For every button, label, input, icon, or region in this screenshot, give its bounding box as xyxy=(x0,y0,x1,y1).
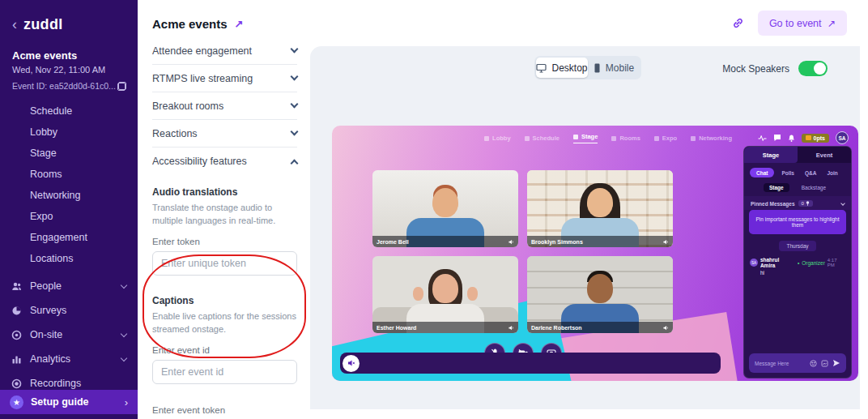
speaker-icon xyxy=(663,325,669,331)
accordion-breakout-rooms[interactable]: Breakout rooms xyxy=(152,92,297,120)
accordion-label: RTMPS live streaming xyxy=(152,73,253,84)
mute-speaker-button[interactable] xyxy=(343,355,360,372)
tab-polls[interactable]: Polls xyxy=(778,169,798,177)
person-figure xyxy=(587,274,613,303)
stage-nav-expo[interactable]: Expo xyxy=(654,133,677,143)
record-icon xyxy=(11,378,22,389)
participant-video[interactable]: Esther Howard xyxy=(372,256,518,333)
activity-icon[interactable] xyxy=(758,135,767,142)
zuddl-logo: zuddl xyxy=(23,16,63,33)
pinned-count-badge: 0 xyxy=(798,200,813,207)
mobile-tab[interactable]: Mobile xyxy=(588,58,640,78)
tab-stage[interactable]: Stage xyxy=(744,147,798,163)
stage-nav-schedule[interactable]: Schedule xyxy=(525,133,560,143)
tab-chat[interactable]: Chat xyxy=(750,168,774,177)
pinned-messages-label: Pinned Messages xyxy=(751,201,795,207)
app-window: ‹ zuddl Acme events Wed, Nov 22, 11:00 A… xyxy=(0,0,868,419)
sidebar-item-onsite[interactable]: On-site xyxy=(0,323,138,347)
participant-video[interactable]: Brooklyn Simmons xyxy=(527,170,673,247)
message-author: shahrul Amira xyxy=(760,257,795,268)
sidebar-item-setup-guide[interactable]: ★ Setup guide › xyxy=(0,390,138,414)
stage-nav-rooms[interactable]: Rooms xyxy=(611,133,640,143)
person-figure xyxy=(432,274,458,303)
avatar[interactable]: SA xyxy=(836,131,849,144)
pinned-messages-row[interactable]: Pinned Messages 0 xyxy=(744,196,851,210)
mock-speakers-row: Mock Speakers xyxy=(722,61,828,76)
participant-video[interactable]: Darlene Robertson xyxy=(527,256,673,333)
sidebar-item-schedule[interactable]: Schedule xyxy=(0,100,138,122)
external-link-icon[interactable]: ↗ xyxy=(235,18,244,30)
top-header: Go to event ↗ xyxy=(310,0,868,46)
participant-namebar: Brooklyn Simmons xyxy=(527,236,673,247)
sidebar-item-people[interactable]: People xyxy=(0,274,138,298)
sidebar-item-engagement[interactable]: Engagement xyxy=(0,227,138,248)
copy-icon[interactable] xyxy=(117,82,126,91)
tab-join[interactable]: Join xyxy=(823,169,840,177)
participant-name: Darlene Robertson xyxy=(531,325,582,331)
pin-icon xyxy=(806,201,810,206)
participant-namebar: Darlene Robertson xyxy=(527,322,673,333)
captions-title: Captions xyxy=(152,295,297,306)
sidebar-item-networking[interactable]: Networking xyxy=(0,185,138,206)
sidebar-item-expo[interactable]: Expo xyxy=(0,206,138,227)
chat-bubble-icon[interactable] xyxy=(773,134,781,142)
toggle-knob xyxy=(814,62,826,75)
gif-icon[interactable] xyxy=(821,360,828,367)
mock-speakers-toggle[interactable] xyxy=(798,61,828,76)
chevron-down-icon xyxy=(291,73,299,81)
sidebar-item-stage[interactable]: Stage xyxy=(0,143,138,164)
back-chevron-icon[interactable]: ‹ xyxy=(12,16,17,33)
participant-name: Jerome Bell xyxy=(377,239,409,245)
sidebar-item-rooms[interactable]: Rooms xyxy=(0,164,138,185)
stage-icon xyxy=(573,135,578,139)
sidebar-item-lobby[interactable]: Lobby xyxy=(0,122,138,143)
toggle-backstage[interactable]: Backstage xyxy=(796,183,832,192)
chat-message-input[interactable]: Message Here xyxy=(749,353,846,373)
tab-qna[interactable]: Q&A xyxy=(802,169,819,177)
send-icon[interactable] xyxy=(832,359,840,367)
participant-video[interactable]: Jerome Bell xyxy=(372,170,518,247)
stage-nav-lobby[interactable]: Lobby xyxy=(484,133,511,143)
stage-nav-networking[interactable]: Networking xyxy=(691,133,732,143)
accordion-reactions[interactable]: Reactions xyxy=(152,120,297,148)
event-id: Event ID: ea52dd0d-61c0... xyxy=(12,81,116,91)
sidebar-item-analytics[interactable]: Analytics xyxy=(0,347,138,371)
bell-icon[interactable] xyxy=(788,134,795,142)
logo-row[interactable]: ‹ zuddl xyxy=(0,0,138,45)
stage-nav-stage[interactable]: Stage xyxy=(573,133,598,143)
event-name: Acme events xyxy=(0,45,138,63)
stage-bottom-bar xyxy=(340,353,721,374)
emoji-icon[interactable] xyxy=(810,360,817,367)
sidebar-item-surveys[interactable]: Surveys xyxy=(0,298,138,323)
toggle-stage[interactable]: Stage xyxy=(764,183,789,192)
setup-guide-label: Setup guide xyxy=(31,396,89,408)
sidebar-item-locations[interactable]: Locations xyxy=(0,248,138,269)
stage-preview: Lobby Schedule Stage Rooms Expo Networki… xyxy=(332,126,858,381)
event-id-input[interactable] xyxy=(152,360,297,384)
sidebar-nav: Schedule Lobby Stage Rooms Networking Ex… xyxy=(0,100,138,269)
chevron-down-icon xyxy=(121,281,127,288)
copy-link-icon[interactable] xyxy=(731,16,745,30)
accordion-attendee-engagement[interactable]: Attendee engagement xyxy=(152,37,297,65)
speaker-icon xyxy=(508,325,514,331)
token-input[interactable] xyxy=(152,251,297,276)
mock-speakers-label: Mock Speakers xyxy=(722,63,789,75)
participant-name: Esther Howard xyxy=(377,325,416,331)
stage-nav-label: Expo xyxy=(662,135,677,142)
go-to-event-button[interactable]: Go to event ↗ xyxy=(758,11,847,36)
chevron-down-icon xyxy=(291,100,299,109)
points-badge[interactable]: 0pts xyxy=(802,134,829,143)
desktop-tab[interactable]: Desktop xyxy=(536,58,588,78)
person-figure xyxy=(413,287,423,301)
video-grid: Jerome Bell Brooklyn Simmons xyxy=(372,170,673,333)
accordion-accessibility[interactable]: Accessibility features xyxy=(152,148,297,175)
accordion-rtmps[interactable]: RTMPS live streaming xyxy=(152,65,297,92)
participant-namebar: Esther Howard xyxy=(372,322,518,333)
sidebar-item-label: Recordings xyxy=(30,378,81,389)
accordion-label: Accessibility features xyxy=(152,156,247,167)
tab-event[interactable]: Event xyxy=(798,147,851,163)
coin-icon xyxy=(806,135,811,140)
chevron-down-icon xyxy=(121,354,127,361)
preview-panel: Desktop Mobile Mock Speakers Lobby Sched… xyxy=(310,46,860,409)
lobby-icon xyxy=(484,136,489,141)
